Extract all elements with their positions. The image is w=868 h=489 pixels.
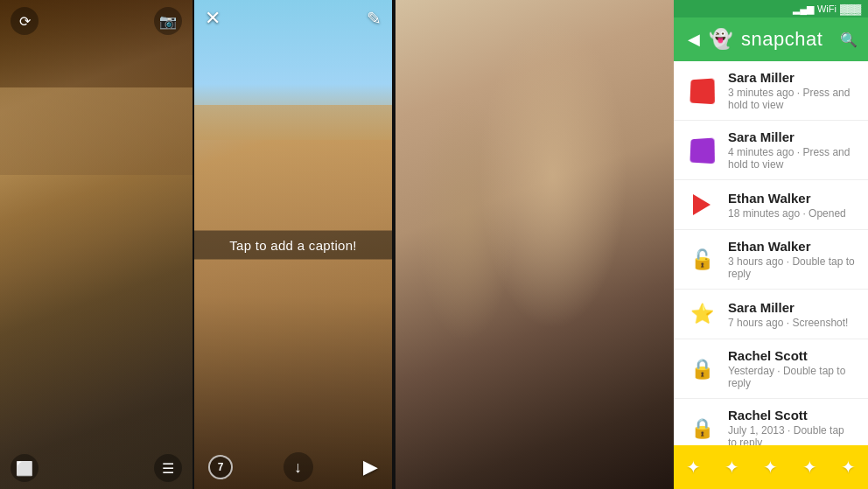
wifi-icon: WiFi xyxy=(817,3,836,14)
star-2: ✦ xyxy=(724,457,739,478)
gold-star-icon: ⭐ xyxy=(690,303,714,325)
red-cube-icon xyxy=(690,78,715,104)
gold-lock-icon: 🔒 xyxy=(690,358,714,381)
red-lock-icon: 🔓 xyxy=(690,248,714,271)
close-button[interactable]: ✕ xyxy=(205,7,220,30)
right-photo-girl xyxy=(396,0,674,489)
pencil-icon[interactable]: ✎ xyxy=(367,8,382,29)
inbox-sub-5: Yesterday · Double tap to reply xyxy=(728,365,856,389)
camera-flip-icon[interactable]: ⟳ xyxy=(10,7,38,35)
snap-icon-5: 🔒 xyxy=(686,353,718,385)
inbox-item-6[interactable]: 🔒 Rachel Scott July 1, 2013 · Double tap… xyxy=(674,399,868,445)
inbox-name-1: Sara Miller xyxy=(728,129,856,144)
inbox-sub-6: July 1, 2013 · Double tap to reply xyxy=(728,424,856,445)
search-icon[interactable]: 🔍 xyxy=(840,31,858,48)
inbox-info-6: Rachel Scott July 1, 2013 · Double tap t… xyxy=(728,408,856,445)
inbox-item-2[interactable]: Ethan Walker 18 minutes ago · Opened xyxy=(674,180,868,230)
star-1: ✦ xyxy=(686,457,701,478)
snap-icon-1 xyxy=(686,135,718,166)
right-photo-panel xyxy=(394,0,674,489)
inbox-list: Sara Miller 3 minutes ago · Press and ho… xyxy=(674,61,868,445)
inbox-sub-1: 4 minutes ago · Press and hold to view xyxy=(728,146,856,171)
inbox-info-1: Sara Miller 4 minutes ago · Press and ho… xyxy=(728,129,856,171)
red-arrow-icon xyxy=(693,194,710,215)
snap-icon-6: 🔒 xyxy=(686,413,718,444)
inbox-info-3: Ethan Walker 3 hours ago · Double tap to… xyxy=(728,239,856,280)
battery-icon: ▓▓▓ xyxy=(840,3,861,14)
star-5: ✦ xyxy=(841,457,856,478)
snap-icon-0 xyxy=(686,75,718,107)
snapchat-panel: ▂▄▆ WiFi ▓▓▓ ◀ 👻 snapchat 🔍 ✎ Sara Mille… xyxy=(674,0,868,489)
middle-toolbar-top: ✕ ✎ xyxy=(194,7,392,30)
caption-bar[interactable]: Tap to add a caption! xyxy=(194,230,392,259)
inbox-name-2: Ethan Walker xyxy=(728,191,856,206)
camera-icon[interactable]: 📷 xyxy=(154,7,182,35)
girls-middle xyxy=(194,105,392,489)
menu-icon[interactable]: ☰ xyxy=(154,454,182,482)
left-panel: ⟳ 📷 ⬜ ☰ xyxy=(0,0,192,489)
timer-badge[interactable]: 7 xyxy=(208,455,233,479)
gallery-icon[interactable]: ⬜ xyxy=(10,454,38,482)
inbox-item-1[interactable]: Sara Miller 4 minutes ago · Press and ho… xyxy=(674,121,868,180)
download-button[interactable]: ↓ xyxy=(284,452,313,482)
inbox-sub-3: 3 hours ago · Double tap to reply xyxy=(728,255,856,280)
inbox-name-0: Sara Miller xyxy=(728,70,856,85)
status-bar: ▂▄▆ WiFi ▓▓▓ xyxy=(674,0,868,17)
inbox-name-5: Rachel Scott xyxy=(728,348,856,363)
left-toolbar-top: ⟳ 📷 xyxy=(0,7,192,35)
header-icons: 🔍 ✎ xyxy=(840,31,868,48)
gold-lock-icon: 🔒 xyxy=(690,417,714,440)
inbox-item-4[interactable]: ⭐ Sara Miller 7 hours ago · Screenshot! xyxy=(674,290,868,339)
inbox-item-0[interactable]: Sara Miller 3 minutes ago · Press and ho… xyxy=(674,61,868,121)
app-title: snapchat xyxy=(741,28,822,51)
star-3: ✦ xyxy=(763,457,778,478)
inbox-sub-2: 18 minutes ago · Opened xyxy=(728,207,856,220)
back-button[interactable]: ◀ xyxy=(688,30,700,49)
inbox-name-4: Sara Miller xyxy=(728,300,856,315)
inbox-item-5[interactable]: 🔒 Rachel Scott Yesterday · Double tap to… xyxy=(674,339,868,399)
inbox-info-4: Sara Miller 7 hours ago · Screenshot! xyxy=(728,300,856,329)
snap-icon-4: ⭐ xyxy=(686,298,718,330)
snap-icon-3: 🔓 xyxy=(686,244,718,276)
purple-cube-icon xyxy=(690,137,715,164)
left-toolbar-bottom: ⬜ ☰ xyxy=(0,454,192,482)
inbox-name-6: Rachel Scott xyxy=(728,408,856,423)
inbox-item-3[interactable]: 🔓 Ethan Walker 3 hours ago · Double tap … xyxy=(674,230,868,290)
star-4: ✦ xyxy=(802,457,817,478)
inbox-info-5: Rachel Scott Yesterday · Double tap to r… xyxy=(728,348,856,389)
caption-text: Tap to add a caption! xyxy=(229,237,357,252)
girls-left xyxy=(0,87,192,489)
middle-toolbar-bottom: 7 ↓ ▶ xyxy=(194,452,392,482)
inbox-info-2: Ethan Walker 18 minutes ago · Opened xyxy=(728,191,856,220)
inbox-info-0: Sara Miller 3 minutes ago · Press and ho… xyxy=(728,70,856,111)
bottom-bar: ✦ ✦ ✦ ✦ ✦ xyxy=(674,445,868,489)
ghost-icon: 👻 xyxy=(709,28,732,51)
inbox-name-3: Ethan Walker xyxy=(728,239,856,254)
snapchat-header: ◀ 👻 snapchat 🔍 ✎ xyxy=(674,17,868,61)
snap-icon-2 xyxy=(686,189,718,220)
inbox-sub-4: 7 hours ago · Screenshot! xyxy=(728,317,856,329)
signal-icon: ▂▄▆ xyxy=(793,3,814,15)
middle-panel: ✕ ✎ Tap to add a caption! 7 ↓ ▶ xyxy=(192,0,394,489)
send-button[interactable]: ▶ xyxy=(363,456,378,479)
inbox-sub-0: 3 minutes ago · Press and hold to view xyxy=(728,87,856,111)
